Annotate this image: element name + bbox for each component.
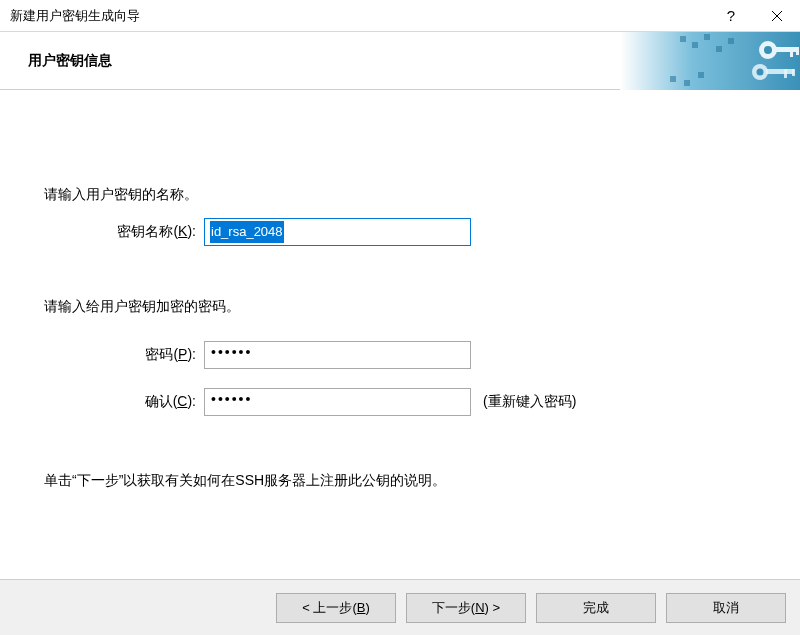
key-name-value: id_rsa_2048 [210, 221, 284, 243]
cancel-button[interactable]: 取消 [666, 593, 786, 623]
confirm-label: 确认(C): [44, 393, 204, 411]
close-icon [772, 11, 782, 21]
svg-rect-3 [680, 36, 686, 42]
svg-rect-18 [766, 69, 794, 74]
svg-point-12 [764, 46, 772, 54]
banner-key-icon [620, 32, 800, 90]
banner-heading: 用户密钥信息 [0, 52, 112, 70]
wizard-banner: 用户密钥信息 [0, 32, 800, 90]
window-title: 新建用户密钥生成向导 [0, 7, 708, 25]
password-prompt: 请输入给用户密钥加密的密码。 [44, 298, 240, 316]
key-name-input[interactable]: id_rsa_2048 [204, 218, 471, 246]
svg-rect-15 [796, 47, 799, 55]
next-step-instruction: 单击“下一步”以获取有关如何在SSH服务器上注册此公钥的说明。 [44, 472, 446, 490]
back-button[interactable]: < 上一步(B) [276, 593, 396, 623]
svg-rect-14 [790, 47, 793, 57]
key-name-row: 密钥名称(K): id_rsa_2048 [44, 218, 756, 246]
key-name-label: 密钥名称(K): [44, 223, 204, 241]
wizard-button-bar: < 上一步(B) 下一步(N) > 完成 取消 [0, 579, 800, 635]
password-row: 密码(P): •••••• [44, 341, 756, 369]
svg-rect-13 [775, 47, 797, 52]
svg-rect-5 [704, 34, 710, 40]
help-button[interactable]: ? [708, 0, 754, 32]
svg-point-17 [757, 69, 764, 76]
svg-rect-19 [784, 69, 787, 78]
password-input[interactable]: •••••• [204, 341, 471, 369]
svg-rect-6 [716, 46, 722, 52]
confirm-row: 确认(C): •••••• (重新键入密码) [44, 388, 756, 416]
confirm-hint: (重新键入密码) [483, 393, 576, 411]
title-bar: 新建用户密钥生成向导 ? [0, 0, 800, 32]
svg-rect-20 [792, 69, 795, 76]
finish-button[interactable]: 完成 [536, 593, 656, 623]
password-label: 密码(P): [44, 346, 204, 364]
confirm-input[interactable]: •••••• [204, 388, 471, 416]
key-name-prompt: 请输入用户密钥的名称。 [44, 186, 198, 204]
wizard-content: 请输入用户密钥的名称。 密钥名称(K): id_rsa_2048 请输入给用户密… [0, 90, 800, 579]
svg-rect-4 [692, 42, 698, 48]
svg-rect-9 [684, 80, 690, 86]
svg-rect-10 [698, 72, 704, 78]
svg-rect-7 [728, 38, 734, 44]
svg-rect-8 [670, 76, 676, 82]
next-button[interactable]: 下一步(N) > [406, 593, 526, 623]
close-button[interactable] [754, 0, 800, 32]
svg-rect-2 [620, 32, 800, 90]
